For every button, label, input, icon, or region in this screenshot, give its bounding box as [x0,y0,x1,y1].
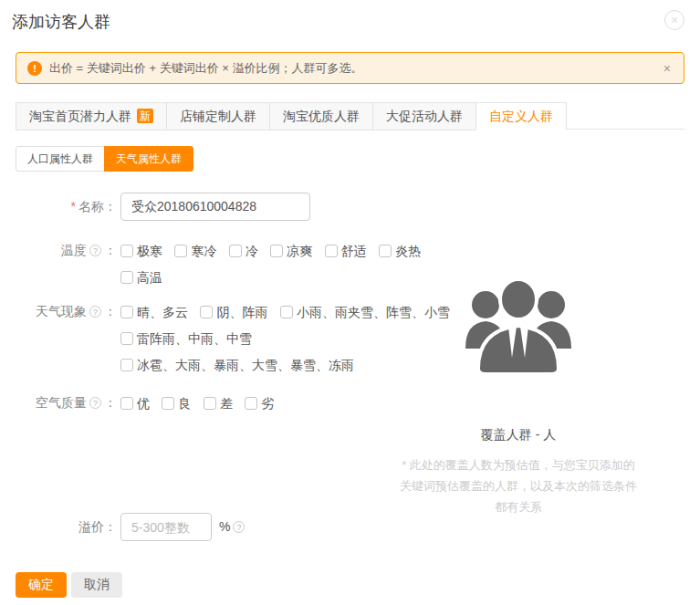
cancel-button[interactable]: 取消 [71,572,122,598]
subtab-weather[interactable]: 天气属性人群 [104,146,193,172]
add-visitor-audience-dialog: 添加访客人群 × ! 出价 = 关键词出价 + 关键词出价 × 溢价比例；人群可… [0,0,700,605]
checkbox[interactable] [200,306,213,318]
checkbox-label: 凉爽 [287,244,312,258]
checkbox[interactable] [325,245,338,257]
checkbox-option[interactable]: 寒冷 [174,238,216,265]
name-label: *名称： [0,193,117,221]
temperature-label: 温度?： [0,237,117,290]
custom-audience-subtabs: 人口属性人群 天气属性人群 [16,146,193,172]
checkbox-option[interactable]: 炎热 [379,238,421,265]
help-icon[interactable]: ? [89,245,101,256]
checkbox-option[interactable]: 舒适 [325,238,367,265]
premium-label: 溢价： [0,513,117,541]
checkbox-label: 雷阵雨、中雨、中雪 [137,331,252,346]
checkbox-label: 良 [178,396,191,411]
checkbox-option[interactable]: 极寒 [120,238,162,265]
subtab-demographic[interactable]: 人口属性人群 [16,146,105,172]
coverage-note-line: 关键词预估覆盖的人群，以及本次的筛选条件 [395,475,642,496]
percent-unit: % [219,513,230,541]
checkbox-option[interactable]: 雷阵雨、中雨、中雪 [120,326,252,352]
audience-group-icon [460,274,577,381]
premium-input[interactable] [120,513,212,541]
notice-close-icon[interactable]: × [662,61,673,76]
checkbox[interactable] [270,245,283,257]
audience-tabs: 淘宝首页潜力人群新 店铺定制人群 淘宝优质人群 大促活动人群 自定义人群 [16,102,684,130]
checkbox[interactable] [120,397,133,410]
checkbox-option[interactable]: 高温 [120,265,162,291]
checkbox-label: 优 [137,396,150,411]
air-quality-label: 空气质量?： [0,390,117,416]
premium-row: 溢价： % ? [0,513,247,541]
checkbox[interactable] [120,245,133,257]
checkbox-option[interactable]: 差 [204,391,233,417]
required-asterisk: * [71,199,76,214]
checkbox[interactable] [379,245,392,257]
temperature-row: 温度?： 极寒 寒冷 冷 凉爽 舒适 炎热 高温 [0,237,429,290]
checkbox[interactable] [245,397,257,410]
coverage-note-line: 都有关系 [395,496,642,517]
checkbox-label: 劣 [261,396,274,411]
checkbox-label: 高温 [137,270,162,285]
confirm-button[interactable]: 确定 [16,572,67,598]
checkbox-label: 阴、阵雨 [216,305,267,319]
weather-row: 天气现象?： 晴、多云 阴、阵雨 小雨、雨夹雪、阵雪、小雪 雷阵雨、中雨、中雪 … [0,298,458,378]
checkbox-option[interactable]: 阴、阵雨 [200,299,267,326]
tab-shop-custom[interactable]: 店铺定制人群 [166,102,270,130]
checkbox-label: 冷 [246,244,258,258]
checkbox-option[interactable]: 劣 [245,391,274,417]
checkbox-label: 晴、多云 [137,305,188,319]
tab-promo-activity[interactable]: 大促活动人群 [372,102,476,130]
checkbox[interactable] [120,332,133,345]
checkbox[interactable] [204,397,216,410]
checkbox[interactable] [174,245,187,257]
checkbox-option[interactable]: 冷 [229,238,258,265]
checkbox[interactable] [162,397,174,410]
name-field-row: *名称： [0,193,310,221]
checkbox-option[interactable]: 晴、多云 [120,299,188,326]
tab-label: 店铺定制人群 [180,109,256,123]
audience-name-input[interactable] [120,193,310,221]
bid-formula-notice: ! 出价 = 关键词出价 + 关键词出价 × 溢价比例；人群可多选。 × [16,52,684,84]
weather-label: 天气现象?： [0,298,117,378]
coverage-caption: 覆盖人群 - 人 [395,427,642,443]
tab-label: 大促活动人群 [386,109,463,123]
checkbox-option[interactable]: 优 [120,391,150,417]
help-icon[interactable]: ? [233,521,245,533]
new-badge: 新 [137,109,153,123]
help-icon[interactable]: ? [89,306,101,318]
checkbox-option[interactable]: 良 [162,391,191,417]
checkbox[interactable] [229,245,242,257]
checkbox[interactable] [120,271,133,284]
tab-label: 淘宝优质人群 [283,109,360,123]
alert-icon: ! [27,61,42,76]
checkbox[interactable] [120,359,133,371]
checkbox-option[interactable]: 凉爽 [270,238,312,265]
checkbox-label: 冰雹、大雨、暴雨、大雪、暴雪、冻雨 [137,358,354,372]
checkbox-label: 舒适 [341,244,367,258]
checkbox-label: 炎热 [395,244,421,258]
dialog-title: 添加访客人群 [12,11,110,33]
air-quality-row: 空气质量?： 优 良 差 劣 [0,390,282,416]
tab-label: 淘宝首页潜力人群 [29,109,131,123]
checkbox[interactable] [280,306,293,318]
checkbox-label: 差 [220,396,233,411]
tab-custom-audience[interactable]: 自定义人群 [475,102,567,130]
checkbox-label: 极寒 [137,244,162,258]
dialog-close-icon[interactable]: × [664,10,684,30]
help-icon[interactable]: ? [89,397,101,409]
coverage-note-line: * 此处的覆盖人数为预估值，与您宝贝添加的 [395,454,642,475]
coverage-note: * 此处的覆盖人数为预估值，与您宝贝添加的 关键词预估覆盖的人群，以及本次的筛选… [395,454,642,517]
coverage-panel: 覆盖人群 - 人 * 此处的覆盖人数为预估值，与您宝贝添加的 关键词预估覆盖的人… [395,274,642,517]
tab-taobao-home-potential[interactable]: 淘宝首页潜力人群新 [16,102,167,130]
tab-label: 自定义人群 [489,109,553,123]
checkbox-option[interactable]: 冰雹、大雨、暴雨、大雪、暴雪、冻雨 [120,352,354,379]
notice-text: 出价 = 关键词出价 + 关键词出价 × 溢价比例；人群可多选。 [49,60,362,77]
tab-taobao-quality[interactable]: 淘宝优质人群 [269,102,373,130]
checkbox[interactable] [120,306,133,318]
checkbox-label: 寒冷 [191,244,216,258]
